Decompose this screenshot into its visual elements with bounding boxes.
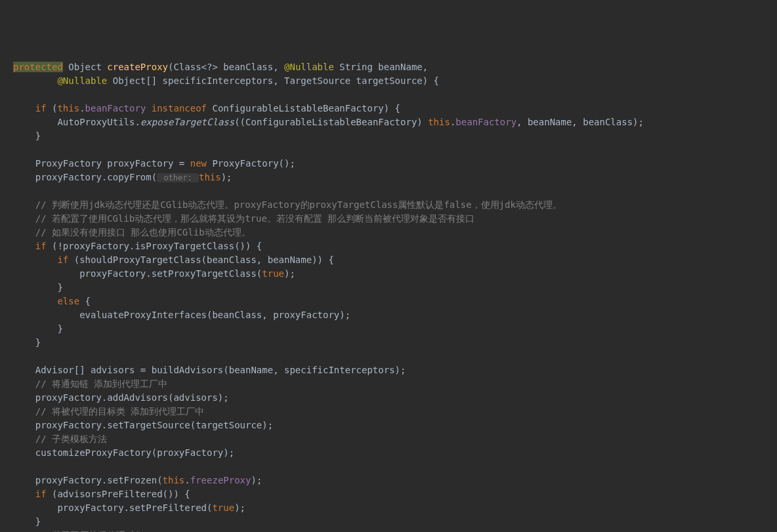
code-line: } [13,516,41,527]
keyword-new: new [190,158,207,169]
code-line: if (this.beanFactory instanceof Configur… [13,103,400,113]
code-line: protected Object createProxy(Class<?> be… [13,62,428,72]
code-line: proxyFactory.addAdvisors(advisors); [13,392,229,403]
comment: // 子类模板方法 [35,434,107,444]
code-line: evaluateProxyInterfaces(beanClass, proxy… [13,310,350,320]
code-line: proxyFactory.setPreFiltered(true); [13,502,245,513]
code-line: proxyFactory.setProxyTargetClass(true); [13,268,295,279]
keyword-this: this [163,475,185,485]
keyword-this: this [199,172,221,182]
field-beanFactory: beanFactory [455,117,516,127]
keyword-this: this [57,103,79,113]
comment: // 将被代理的目标类 添加到代理工厂中 [35,406,205,417]
comment: // 若配置了使用CGlib动态代理，那么就将其设为true。若没有配置 那么判… [35,213,475,224]
code-line: else { [13,296,91,306]
code-line: // 判断使用jdk动态代理还是CGlib动态代理。proxyFactory的p… [13,199,562,210]
code-line: } [13,282,63,293]
code-line: AutoProxyUtils.exposeTargetClass((Config… [13,117,644,127]
code-line: customizeProxyFactory(proxyFactory); [13,447,234,458]
keyword-if: if [35,489,47,499]
code-line: proxyFactory.copyFrom( other: this); [13,172,232,182]
code-line: } [13,323,63,334]
code-line: ProxyFactory proxyFactory = new ProxyFac… [13,158,295,169]
keyword-protected: protected [13,62,63,72]
comment: // 如果没有使用接口 那么也使用CGlib动态代理。 [35,227,251,237]
code-line: // 将被代理的目标类 添加到代理工厂中 [13,406,204,417]
code-line: @Nullable Object[] specificInterceptors,… [13,75,439,86]
code-line: // 子类模板方法 [13,434,107,444]
comment: // 将通知链 添加到代理工厂中 [35,379,168,389]
code-line: } [13,337,41,348]
keyword-if: if [35,241,47,251]
code-line: if (shouldProxyTargetClass(beanClass, be… [13,255,334,265]
code-line: } [13,131,41,141]
code-line: // 如果没有使用接口 那么也使用CGlib动态代理。 [13,227,251,237]
field-freezeProxy: freezeProxy [190,475,251,485]
code-line: if (advisorsPreFiltered()) { [13,489,190,499]
annotation-nullable: @Nullable [57,75,107,86]
keyword-instanceof: instanceof [152,103,207,113]
code-line: proxyFactory.setTargetSource(targetSourc… [13,420,273,430]
param-hint: other: [157,173,199,182]
code-line: // 若配置了使用CGlib动态代理，那么就将其设为true。若没有配置 那么判… [13,213,474,224]
code-line: // 将通知链 添加到代理工厂中 [13,379,167,389]
code-line: Advisor[] advisors = buildAdvisors(beanN… [13,365,406,375]
keyword-true: true [212,502,234,513]
code-line: if (!proxyFactory.isProxyTargetClass()) … [13,241,262,251]
annotation-nullable: @Nullable [284,62,334,72]
keyword-if: if [57,255,68,265]
keyword-true: true [262,268,284,279]
keyword-if: if [35,103,47,113]
keyword-else: else [57,296,79,306]
code-line: proxyFactory.setFrozen(this.freezeProxy)… [13,475,262,485]
keyword-this: this [428,117,450,127]
code-editor[interactable]: protected Object createProxy(Class<?> be… [13,60,777,532]
field-beanFactory: beanFactory [85,103,146,113]
method-name: createProxy [107,62,168,72]
comment: // 判断使用jdk动态代理还是CGlib动态代理。proxyFactory的p… [35,199,562,210]
static-method: exposeTargetClass [140,117,234,127]
